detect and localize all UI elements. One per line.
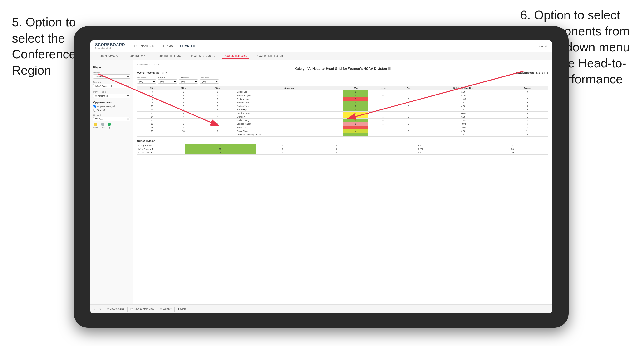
cell-opponent: Federica Domecq Lacroze [236, 133, 343, 137]
region-select[interactable]: (All) [158, 79, 177, 84]
cell-conf: 5 [200, 119, 236, 122]
cell-div: 19 [137, 129, 167, 133]
cell-div: 6 [137, 97, 167, 101]
subnav-team-summary[interactable]: TEAM SUMMARY [95, 54, 120, 58]
th-tie: Tie [398, 86, 420, 90]
ood-cell-win: 5 [185, 151, 256, 155]
sidebar-gender-select[interactable]: Women's [93, 74, 130, 79]
cell-rounds: 4 [507, 105, 548, 108]
conference-select[interactable]: (All) [179, 79, 198, 84]
toolbar-view-original[interactable]: 👁 View: Original [107, 308, 124, 310]
cell-loss [368, 101, 398, 105]
cell-rounds: 7 [507, 122, 548, 126]
cell-loss: 1 [368, 129, 398, 133]
nav-tournaments[interactable]: TOURNAMENTS [132, 43, 156, 49]
cell-reg: 10 [167, 129, 200, 133]
cell-opponent: Eunice Yi [236, 115, 343, 119]
ood-cell-loss: 0 [256, 144, 310, 148]
cell-win: 0 [343, 97, 368, 101]
cell-opponent: Sharon Mun [236, 101, 343, 105]
cell-reg: 11 [167, 133, 200, 137]
cell-tie: 0 [398, 122, 420, 126]
sidebar-opponent-view-label: Opponent view [93, 101, 130, 104]
cell-loss: 2 [368, 126, 398, 129]
opponents-select[interactable]: (All) [137, 79, 156, 84]
sidebar-radio-top100[interactable]: Top 100 [93, 109, 130, 112]
cell-win: 1 [343, 122, 368, 126]
cell-diff: 1.50 [420, 90, 507, 94]
color-level: Level [100, 123, 105, 129]
cell-diff: 3.67 [420, 101, 507, 105]
sidebar-player-rank-select[interactable]: 8. Katelyn Vo [93, 94, 130, 98]
content-area: Last Updated: 27/03/2024 Katelyn Vo Head… [133, 60, 552, 305]
cell-div: 9 [137, 101, 167, 105]
sidebar-colour-by-select[interactable]: Win/loss [93, 117, 130, 121]
cell-opponent: Euna Lee [236, 126, 343, 129]
cell-reg: 7 [167, 115, 200, 119]
th-opponent: Opponent [236, 86, 343, 90]
sidebar-division-select[interactable]: NCAA Division III [93, 84, 130, 88]
nav-teams[interactable]: TEAMS [163, 43, 173, 49]
color-indicators: Down Level Up [93, 123, 130, 129]
cell-conf: 6 [200, 129, 236, 133]
cell-div: 15 [137, 119, 167, 122]
ood-cell-tie: 0 [310, 144, 364, 148]
subnav-player-summary[interactable]: PLAYER SUMMARY [189, 54, 217, 58]
ood-table-row: NCAA Division 2 5 0 0 7.400 10 [137, 151, 548, 155]
sign-out-button[interactable]: Sign out [538, 45, 547, 47]
subnav-player-h2h-grid[interactable]: PLAYER H2H GRID [222, 53, 249, 59]
cell-opponent: Sydney Kuo [236, 97, 343, 101]
subnav-team-h2h-heatmap[interactable]: TEAM H2H HEATMAP [154, 54, 184, 58]
toolbar-watch[interactable]: 👁 Watch ▾ [160, 308, 172, 310]
subnav-player-h2h-heatmap[interactable]: PLAYER H2H HEATMAP [254, 54, 287, 58]
ood-cell-opponent: NAIA Division 1 [137, 148, 185, 151]
records-row: Overall Record: 353 - 34 - 6 Division Re… [137, 71, 548, 74]
cell-reg: 2 [167, 108, 200, 112]
toolbar-undo[interactable]: ↩ [94, 308, 96, 310]
ood-cell-opponent: NCAA Division 2 [137, 151, 185, 155]
sidebar-division-label: Division [93, 81, 130, 83]
nav-committee[interactable]: COMMITTEE [180, 43, 198, 49]
filter-opponents: Opponents: (All) [137, 76, 156, 84]
cell-loss: 1 [368, 133, 398, 137]
color-down: Down [93, 123, 98, 129]
cell-loss: 0 [368, 108, 398, 112]
ood-cell-opponent: Foreign Team [137, 144, 185, 148]
sidebar-radio-opponents-played[interactable]: Opponents Played [93, 105, 130, 108]
cell-conf: 3 [200, 97, 236, 101]
cell-conf: 2 [200, 126, 236, 129]
cell-opponent: Heejo Hyun [236, 108, 343, 112]
toolbar-divider-1 [104, 307, 104, 312]
ood-cell-diff: 4.500 [364, 144, 477, 148]
filter-opponent: Opponent (All) [200, 76, 219, 84]
sidebar-player-rank-label: Player (Rank) [93, 91, 130, 93]
cell-tie: 0 [398, 126, 420, 129]
ood-cell-rounds: 10 [477, 151, 548, 155]
toolbar-share[interactable]: ⬆ Share [178, 308, 186, 310]
cell-div: 18 [137, 126, 167, 129]
opponent-select[interactable]: (All) [200, 79, 219, 84]
cell-diff: 3.33 [420, 108, 507, 112]
toolbar-redo[interactable]: ↪ [99, 308, 101, 310]
region-label: Region [158, 76, 177, 79]
cell-diff: -0.94 [420, 122, 507, 126]
toolbar-divider-3 [157, 307, 157, 312]
nav-items: TOURNAMENTS TEAMS COMMITTEE [132, 43, 538, 49]
table-row: 13 1 1 Jessica Huang 1 1 0 -3.00 2 [137, 112, 548, 115]
th-diff: Diff Av Strokes/Rnd [420, 86, 507, 90]
toolbar-save-custom[interactable]: 💾 Save Custom View [130, 308, 154, 310]
cell-reg: 6 [167, 105, 200, 108]
filter-conference: Conference (All) [179, 76, 198, 84]
conference-label: Conference [179, 76, 198, 79]
subnav-team-h2h-grid[interactable]: TEAM H2H GRID [125, 54, 150, 58]
cell-reg: 1 [167, 112, 200, 115]
cell-rounds: 6 [507, 133, 548, 137]
cell-tie: 0 [398, 112, 420, 115]
opponents-label: Opponents: [137, 76, 156, 79]
ood-cell-rounds: 2 [477, 144, 548, 148]
sidebar-player-label: Player [93, 66, 130, 69]
cell-opponent: Andrea York [236, 105, 343, 108]
cell-loss: 1 [368, 112, 398, 115]
sub-nav: TEAM SUMMARY TEAM H2H GRID TEAM H2H HEAT… [90, 52, 552, 60]
cell-opponent: Jessica Huang [236, 112, 343, 115]
